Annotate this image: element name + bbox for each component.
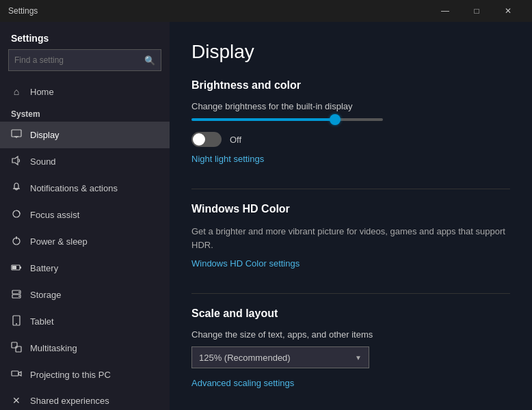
sidebar-section-label: System [0,104,170,122]
svg-rect-18 [16,346,21,352]
sidebar-item-projecting[interactable]: Projecting to this PC [0,361,170,388]
search-icon: 🔍 [144,55,155,66]
svg-point-16 [16,323,17,325]
section-divider-1 [191,189,510,189]
svg-point-13 [18,292,20,293]
scale-dropdown-value: 125% (Recommended) [199,353,291,363]
slider-thumb [330,114,341,125]
sidebar-item-label: Multitasking [30,343,77,353]
search-box[interactable]: 🔍 [8,49,161,71]
sidebar-item-label: Power & sleep [30,236,88,247]
sound-icon [11,155,22,168]
sidebar-item-label: Notifications & actions [30,183,118,193]
main-panel: Display Brightness and color Change brig… [170,22,532,410]
hd-color-settings-link[interactable]: Windows HD Color settings [191,258,300,269]
scale-dropdown-container: 125% (Recommended) ▼ [191,346,510,368]
sidebar-item-label: Display [30,130,59,140]
sidebar-item-shared[interactable]: ✕ Shared experiences [0,388,170,410]
sidebar-item-storage[interactable]: Storage [0,282,170,308]
sidebar-item-display[interactable]: Display [0,122,170,148]
scale-dropdown-arrow: ▼ [355,354,362,361]
section-divider-2 [191,293,510,294]
sidebar-item-label: Focus assist [30,210,79,220]
sidebar-item-tablet[interactable]: Tablet [0,308,170,335]
advanced-scaling-link[interactable]: Advanced scaling settings [191,378,294,388]
sidebar-item-label: Projecting to this PC [30,370,111,380]
toggle-knob [193,133,205,146]
sidebar-item-label: Tablet [30,316,54,327]
sidebar-item-label: Sound [30,156,56,167]
close-button[interactable]: ✕ [492,0,524,22]
minimize-button[interactable]: — [429,0,461,22]
shared-icon: ✕ [11,395,22,406]
app-container: Settings 🔍 ⌂ Home System Display [0,22,532,410]
svg-marker-3 [12,156,18,165]
svg-point-14 [18,296,20,297]
sidebar-item-home[interactable]: ⌂ Home [0,79,170,104]
svg-rect-0 [12,130,21,137]
sidebar-item-multitasking[interactable]: Multitasking [0,335,170,361]
home-icon: ⌂ [11,86,22,97]
scale-dropdown[interactable]: 125% (Recommended) ▼ [191,346,369,368]
battery-icon [11,262,22,275]
search-input[interactable] [14,55,144,65]
brightness-slider-container[interactable] [191,118,510,121]
night-light-settings-link[interactable]: Night light settings [191,154,264,164]
multitasking-icon [11,342,22,355]
night-light-row: Off [191,132,510,147]
sidebar: Settings 🔍 ⌂ Home System Display [0,22,170,410]
svg-rect-19 [12,371,18,376]
svg-rect-10 [12,266,16,269]
sidebar-item-battery[interactable]: Battery [0,255,170,282]
notifications-icon [11,182,22,195]
maximize-button[interactable]: □ [461,0,492,22]
brightness-section-title: Brightness and color [191,79,510,92]
focus-icon [11,208,22,221]
display-icon [11,128,22,141]
sidebar-item-label: Shared experiences [30,396,109,406]
svg-rect-17 [12,342,17,348]
sidebar-item-label: Storage [30,290,62,300]
tablet-icon [11,315,22,328]
sidebar-item-focus[interactable]: Focus assist [0,202,170,228]
sidebar-item-power[interactable]: Power & sleep [0,228,170,255]
svg-rect-9 [20,266,21,269]
sidebar-item-sound[interactable]: Sound [0,148,170,175]
titlebar-controls: — □ ✕ [429,0,524,22]
power-icon [11,235,22,248]
brightness-label: Change brightness for the built-in displ… [191,101,510,111]
hd-color-section-title: Windows HD Color [191,203,510,215]
sidebar-item-label: Battery [30,263,58,273]
sidebar-header: Settings [0,22,170,49]
storage-icon [11,288,22,301]
night-light-toggle[interactable] [191,132,222,147]
titlebar-title: Settings [8,6,429,16]
sidebar-item-label: Home [30,87,54,97]
night-light-state: Off [230,135,241,145]
titlebar: Settings — □ ✕ [0,0,532,22]
scale-section-title: Scale and layout [191,308,510,320]
sidebar-item-notifications[interactable]: Notifications & actions [0,175,170,202]
scale-label: Change the size of text, apps, and other… [191,329,510,340]
page-title: Display [191,41,510,63]
brightness-slider[interactable] [191,118,383,121]
hd-color-description: Get a brighter and more vibrant picture … [191,225,510,251]
projecting-icon [11,368,22,381]
